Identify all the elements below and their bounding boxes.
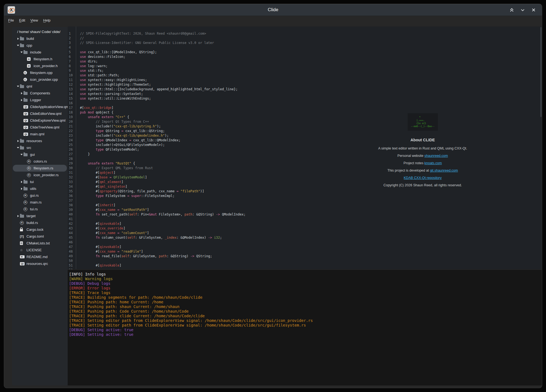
qt-file-icon: Qt	[23, 133, 29, 136]
tree-item-cargo-lock[interactable]: Cargo.lock	[13, 226, 67, 233]
tree-item-filesystem-cpp[interactable]: Cfilesystem.cpp	[13, 69, 67, 76]
tree-item-gui[interactable]: gui	[13, 151, 67, 158]
chevron-collapsed-icon[interactable]	[16, 215, 20, 217]
tree-item-main-rs[interactable]: Rmain.rs	[13, 199, 67, 206]
chevron-expanded-icon[interactable]	[16, 147, 20, 148]
tree-item-qml[interactable]: qml	[13, 83, 67, 90]
tree-item-main-qml[interactable]: Qtmain.qml	[13, 131, 67, 137]
app-icon-ring	[8, 8, 15, 14]
tree-item-label: resources	[26, 139, 42, 143]
chevron-expanded-icon[interactable]	[16, 86, 20, 87]
tree-item-icon-provider-cpp[interactable]: Cicon_provider.cpp	[13, 76, 67, 83]
chevron-collapsed-icon[interactable]	[16, 38, 20, 40]
menu-view[interactable]: View	[29, 17, 39, 23]
tree-item-label: ClideApplicationView.qml	[30, 105, 68, 109]
line-number: 4	[68, 45, 76, 50]
tree-item-clideapplicationview-qml[interactable]: QtClideApplicationView.qml	[13, 103, 67, 110]
chevron-expanded-icon[interactable]	[20, 52, 23, 53]
tree-item-tui-rs[interactable]: Rtui.rs	[13, 206, 67, 213]
qt-file-icon: Qt	[23, 119, 29, 122]
chevron-collapsed-icon[interactable]	[20, 181, 23, 183]
tree-item-clidetreeview-qml[interactable]: QtClideTreeView.qml	[13, 124, 67, 131]
line-number: 25	[68, 143, 76, 147]
tree-item-logger[interactable]: Logger	[13, 97, 67, 103]
tree-item-build[interactable]: build	[13, 35, 67, 42]
line-number: 47	[68, 245, 76, 249]
titlebar[interactable]: X Clide	[4, 4, 542, 16]
line-number: 21	[68, 124, 76, 129]
folder-icon	[23, 153, 29, 156]
about-title: About CLIDE	[359, 138, 487, 142]
tree-item-include[interactable]: include	[13, 49, 67, 56]
shade-button[interactable]	[509, 7, 515, 13]
about-link[interactable]: git.shaunreed.com	[430, 169, 458, 172]
tree-item-src[interactable]: src	[13, 144, 67, 151]
tree-item-license[interactable]: ☆LICENSE	[13, 247, 67, 253]
menu-help[interactable]: Help	[42, 17, 52, 23]
code-line-36: 36 type FileSystem = super::FileSystemIm…	[68, 194, 542, 198]
menu-file[interactable]: File	[7, 17, 15, 23]
code-text: use devicons::FileIcon;	[76, 55, 125, 59]
tree-item-resources[interactable]: resources	[13, 137, 67, 144]
chevron-expanded-icon[interactable]	[16, 45, 20, 46]
rust-file-icon: R	[23, 207, 29, 211]
tree-item-label: colors.rs	[34, 159, 47, 163]
chevron-collapsed-icon[interactable]	[20, 92, 23, 94]
tree-item-label: Cargo.toml	[26, 234, 44, 238]
editor-scrollbar[interactable]	[540, 27, 542, 117]
about-link[interactable]: knoats.com	[424, 161, 442, 165]
tree-item-cmakelists-txt[interactable]: CMakeLists.txt	[13, 240, 67, 247]
line-number: 32	[68, 175, 76, 180]
menu-edit[interactable]: Edit	[18, 17, 26, 23]
tree-item-icon-provider-rs[interactable]: Ricon_provider.rs	[13, 172, 67, 178]
line-number: 3	[68, 41, 76, 45]
code-editor[interactable]: 1// SPDX-FileCopyrightText: 2026, Shaun …	[68, 26, 542, 269]
line-number: 19	[68, 115, 76, 119]
minimize-button[interactable]	[520, 7, 526, 13]
code-text: type QModelIndex = cxx_qt_lib::QModelInd…	[76, 138, 180, 143]
line-number: 31	[68, 170, 76, 175]
code-text: use std::fs;	[76, 68, 104, 73]
tree-item-clideexplorerview-qml[interactable]: QtClideExplorerView.qml	[13, 117, 67, 124]
tree-item-colors-rs[interactable]: Rcolors.rs	[13, 158, 67, 165]
tree-item-readme-md[interactable]: M↓README.md	[13, 253, 67, 260]
tree-item-cpp[interactable]: cpp	[13, 42, 67, 49]
code-line-2: 2//	[68, 36, 542, 41]
log-line-trace: [TRACE] Building segments for path: /hom…	[69, 295, 542, 300]
code-line-13: 13use syntect::html::{IncludeBackground,…	[68, 87, 542, 92]
about-line: Personal website shaunreed.com	[359, 154, 487, 158]
code-text	[76, 198, 80, 203]
chevron-collapsed-icon[interactable]	[20, 99, 23, 101]
tree-item-target[interactable]: target	[13, 213, 67, 219]
rust-file-icon: R	[27, 160, 32, 163]
tree-item-resources-qrc[interactable]: Qtresources.qrc	[13, 260, 67, 267]
chevron-collapsed-icon[interactable]	[20, 188, 23, 190]
tree-item-tui[interactable]: tui	[13, 178, 67, 185]
log-line-warn: [WARN] Warning logs	[69, 277, 542, 281]
tree-item-clideeditorview-qml[interactable]: QtClideEditorView.qml	[13, 110, 67, 117]
log-console[interactable]: [INFO] Info logs[WARN] Warning logs[DEBU…	[68, 270, 542, 385]
tree-item-filesystem-h[interactable]: Hfilesystem.h	[13, 56, 67, 62]
tree-item-gui-rs[interactable]: Rgui.rs	[13, 192, 67, 199]
tree-item-cargo-toml[interactable]: [T]Cargo.toml	[13, 233, 67, 240]
code-text: #[cxx_name = "setRootPath"]	[76, 208, 149, 212]
close-button[interactable]	[530, 7, 536, 13]
tree-item-filesystem-rs[interactable]: Rfilesystem.rs	[13, 165, 67, 172]
tree-item-build-rs[interactable]: Rbuild.rs	[13, 219, 67, 226]
code-line-16: 16	[68, 101, 542, 106]
line-number: 49	[68, 254, 76, 259]
tree-item-icon-provider-h[interactable]: Hicon_provider.h	[13, 62, 67, 69]
tree-item-utils[interactable]: utils	[13, 185, 67, 192]
line-number: 36	[68, 194, 76, 198]
about-link[interactable]: shaunreed.com	[424, 154, 448, 158]
tree-root-path[interactable]: / home/ shaun/ Code/ clide/	[13, 28, 67, 35]
about-link[interactable]: KDAB CXX-Qt repository	[404, 176, 442, 180]
code-text: use std::path::Path;	[76, 73, 120, 78]
chevron-collapsed-icon[interactable]	[16, 140, 20, 142]
code-text	[76, 217, 80, 222]
chevron-expanded-icon[interactable]	[20, 154, 23, 155]
log-line-debug: [DEBUG] Debug logs	[69, 281, 542, 286]
code-text: #[inherit]	[76, 203, 115, 208]
tree-item-components[interactable]: Components	[13, 90, 67, 97]
ascii-art-box: * |.===. {}o o{} --ooO--(_)--Ooo--	[408, 113, 438, 131]
